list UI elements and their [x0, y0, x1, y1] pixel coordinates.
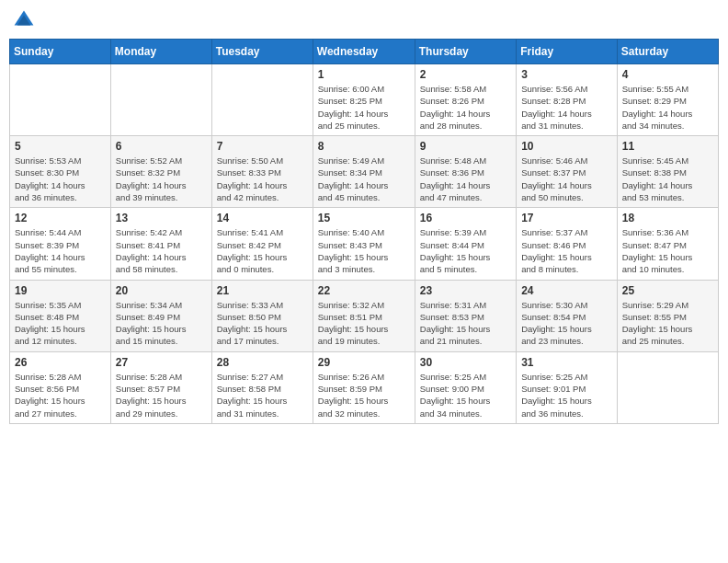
calendar-cell: 1Sunrise: 6:00 AM Sunset: 8:25 PM Daylig…	[313, 64, 415, 136]
day-number: 4	[622, 68, 713, 81]
calendar-week-row: 12Sunrise: 5:44 AM Sunset: 8:39 PM Dayli…	[10, 208, 719, 280]
day-number: 30	[420, 356, 511, 369]
calendar-cell: 27Sunrise: 5:28 AM Sunset: 8:57 PM Dayli…	[110, 351, 211, 423]
day-info: Sunrise: 5:34 AM Sunset: 8:49 PM Dayligh…	[116, 299, 207, 348]
calendar-cell: 15Sunrise: 5:40 AM Sunset: 8:43 PM Dayli…	[313, 208, 415, 280]
day-of-week-header: Sunday	[10, 40, 111, 64]
calendar-cell: 23Sunrise: 5:31 AM Sunset: 8:53 PM Dayli…	[415, 280, 516, 351]
calendar-cell: 8Sunrise: 5:49 AM Sunset: 8:34 PM Daylig…	[313, 136, 415, 208]
calendar-cell: 3Sunrise: 5:56 AM Sunset: 8:28 PM Daylig…	[517, 64, 618, 136]
day-info: Sunrise: 5:27 AM Sunset: 8:58 PM Dayligh…	[217, 371, 308, 419]
day-of-week-header: Thursday	[415, 40, 516, 64]
day-info: Sunrise: 5:30 AM Sunset: 8:54 PM Dayligh…	[521, 299, 612, 348]
calendar-cell: 22Sunrise: 5:32 AM Sunset: 8:51 PM Dayli…	[313, 280, 415, 351]
day-info: Sunrise: 5:28 AM Sunset: 8:57 PM Dayligh…	[116, 371, 207, 419]
calendar-cell: 17Sunrise: 5:37 AM Sunset: 8:46 PM Dayli…	[517, 208, 618, 280]
day-number: 12	[15, 212, 106, 224]
day-number: 18	[622, 212, 713, 224]
day-number: 22	[318, 284, 410, 297]
day-info: Sunrise: 5:50 AM Sunset: 8:33 PM Dayligh…	[217, 155, 308, 203]
day-of-week-header: Friday	[517, 40, 618, 64]
day-number: 8	[318, 140, 410, 153]
day-info: Sunrise: 6:00 AM Sunset: 8:25 PM Dayligh…	[318, 83, 410, 132]
day-info: Sunrise: 5:39 AM Sunset: 8:44 PM Dayligh…	[420, 226, 511, 275]
calendar-cell: 16Sunrise: 5:39 AM Sunset: 8:44 PM Dayli…	[415, 208, 516, 280]
calendar-cell: 5Sunrise: 5:53 AM Sunset: 8:30 PM Daylig…	[10, 136, 111, 208]
day-info: Sunrise: 5:25 AM Sunset: 9:01 PM Dayligh…	[521, 371, 612, 419]
calendar-cell: 13Sunrise: 5:42 AM Sunset: 8:41 PM Dayli…	[110, 208, 211, 280]
calendar-cell: 14Sunrise: 5:41 AM Sunset: 8:42 PM Dayli…	[211, 208, 313, 280]
calendar-table: SundayMondayTuesdayWednesdayThursdayFrid…	[9, 39, 719, 424]
day-info: Sunrise: 5:28 AM Sunset: 8:56 PM Dayligh…	[15, 371, 106, 419]
calendar-cell: 10Sunrise: 5:46 AM Sunset: 8:37 PM Dayli…	[517, 136, 618, 208]
day-of-week-header: Monday	[110, 40, 211, 64]
day-info: Sunrise: 5:32 AM Sunset: 8:51 PM Dayligh…	[318, 299, 410, 348]
day-info: Sunrise: 5:55 AM Sunset: 8:29 PM Dayligh…	[622, 83, 713, 132]
day-number: 10	[521, 140, 612, 153]
calendar-cell: 28Sunrise: 5:27 AM Sunset: 8:58 PM Dayli…	[211, 351, 313, 423]
day-number: 2	[420, 68, 511, 81]
day-number: 3	[521, 68, 612, 81]
calendar-cell	[10, 64, 111, 136]
day-info: Sunrise: 5:36 AM Sunset: 8:47 PM Dayligh…	[622, 226, 713, 275]
day-info: Sunrise: 5:31 AM Sunset: 8:53 PM Dayligh…	[420, 299, 511, 348]
calendar-cell: 21Sunrise: 5:33 AM Sunset: 8:50 PM Dayli…	[211, 280, 313, 351]
calendar-cell: 31Sunrise: 5:25 AM Sunset: 9:01 PM Dayli…	[517, 351, 618, 423]
day-number: 25	[622, 284, 713, 297]
day-of-week-header: Tuesday	[211, 40, 313, 64]
day-number: 19	[15, 284, 106, 297]
calendar-week-row: 1Sunrise: 6:00 AM Sunset: 8:25 PM Daylig…	[10, 64, 719, 136]
day-number: 23	[420, 284, 511, 297]
calendar-cell: 6Sunrise: 5:52 AM Sunset: 8:32 PM Daylig…	[110, 136, 211, 208]
calendar-cell	[110, 64, 211, 136]
day-info: Sunrise: 5:46 AM Sunset: 8:37 PM Dayligh…	[521, 155, 612, 203]
day-info: Sunrise: 5:33 AM Sunset: 8:50 PM Dayligh…	[217, 299, 308, 348]
day-number: 16	[420, 212, 511, 224]
logo-icon	[13, 9, 35, 31]
day-info: Sunrise: 5:29 AM Sunset: 8:55 PM Dayligh…	[622, 299, 713, 348]
day-info: Sunrise: 5:35 AM Sunset: 8:48 PM Dayligh…	[15, 299, 106, 348]
day-number: 21	[217, 284, 308, 297]
day-number: 7	[217, 140, 308, 153]
day-number: 24	[521, 284, 612, 297]
day-info: Sunrise: 5:56 AM Sunset: 8:28 PM Dayligh…	[521, 83, 612, 132]
day-info: Sunrise: 5:37 AM Sunset: 8:46 PM Dayligh…	[521, 226, 612, 275]
calendar-cell: 11Sunrise: 5:45 AM Sunset: 8:38 PM Dayli…	[617, 136, 718, 208]
day-of-week-header: Wednesday	[313, 40, 415, 64]
page-header	[9, 9, 719, 31]
calendar-cell: 20Sunrise: 5:34 AM Sunset: 8:49 PM Dayli…	[110, 280, 211, 351]
day-number: 28	[217, 356, 308, 369]
calendar-cell: 9Sunrise: 5:48 AM Sunset: 8:36 PM Daylig…	[415, 136, 516, 208]
day-number: 31	[521, 356, 612, 369]
calendar-cell: 29Sunrise: 5:26 AM Sunset: 8:59 PM Dayli…	[313, 351, 415, 423]
calendar-cell: 19Sunrise: 5:35 AM Sunset: 8:48 PM Dayli…	[10, 280, 111, 351]
day-number: 29	[318, 356, 410, 369]
day-number: 6	[116, 140, 207, 153]
calendar-cell: 26Sunrise: 5:28 AM Sunset: 8:56 PM Dayli…	[10, 351, 111, 423]
day-number: 1	[318, 68, 410, 81]
day-number: 9	[420, 140, 511, 153]
day-number: 11	[622, 140, 713, 153]
day-info: Sunrise: 5:25 AM Sunset: 9:00 PM Dayligh…	[420, 371, 511, 419]
calendar-cell: 2Sunrise: 5:58 AM Sunset: 8:26 PM Daylig…	[415, 64, 516, 136]
calendar-week-row: 5Sunrise: 5:53 AM Sunset: 8:30 PM Daylig…	[10, 136, 719, 208]
calendar-cell	[211, 64, 313, 136]
calendar-cell: 24Sunrise: 5:30 AM Sunset: 8:54 PM Dayli…	[517, 280, 618, 351]
day-number: 26	[15, 356, 106, 369]
day-info: Sunrise: 5:26 AM Sunset: 8:59 PM Dayligh…	[318, 371, 410, 419]
day-info: Sunrise: 5:45 AM Sunset: 8:38 PM Dayligh…	[622, 155, 713, 203]
day-number: 27	[116, 356, 207, 369]
day-info: Sunrise: 5:53 AM Sunset: 8:30 PM Dayligh…	[15, 155, 106, 203]
day-info: Sunrise: 5:42 AM Sunset: 8:41 PM Dayligh…	[116, 226, 207, 275]
day-info: Sunrise: 5:41 AM Sunset: 8:42 PM Dayligh…	[217, 226, 308, 275]
calendar-cell: 30Sunrise: 5:25 AM Sunset: 9:00 PM Dayli…	[415, 351, 516, 423]
day-info: Sunrise: 5:44 AM Sunset: 8:39 PM Dayligh…	[15, 226, 106, 275]
calendar-week-row: 26Sunrise: 5:28 AM Sunset: 8:56 PM Dayli…	[10, 351, 719, 423]
day-of-week-header: Saturday	[617, 40, 718, 64]
day-info: Sunrise: 5:40 AM Sunset: 8:43 PM Dayligh…	[318, 226, 410, 275]
calendar-cell: 4Sunrise: 5:55 AM Sunset: 8:29 PM Daylig…	[617, 64, 718, 136]
day-number: 14	[217, 212, 308, 224]
day-info: Sunrise: 5:48 AM Sunset: 8:36 PM Dayligh…	[420, 155, 511, 203]
calendar-cell	[617, 351, 718, 423]
day-info: Sunrise: 5:58 AM Sunset: 8:26 PM Dayligh…	[420, 83, 511, 132]
